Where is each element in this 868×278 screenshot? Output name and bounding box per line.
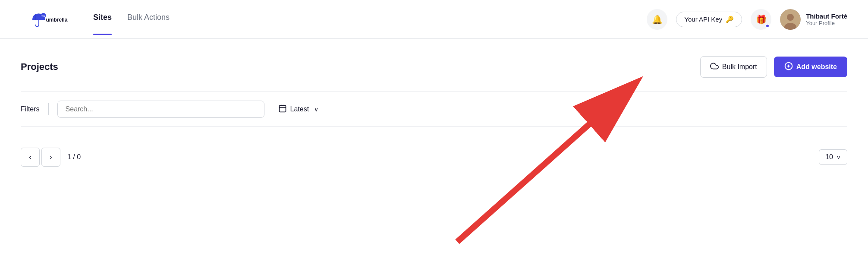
sort-button[interactable]: Latest ∨ — [278, 104, 319, 114]
next-page-button[interactable]: › — [41, 148, 60, 167]
search-input[interactable] — [57, 101, 264, 118]
per-page-chevron-icon: ∨ — [837, 154, 841, 161]
bulk-import-label: Bulk Import — [722, 63, 757, 71]
add-website-button[interactable]: Add website — [774, 57, 847, 77]
projects-actions: Bulk Import Add website — [700, 56, 847, 78]
profile-sub: Your Profile — [806, 20, 847, 26]
profile-name: Thibaut Forté — [806, 13, 847, 20]
svg-text:umbrella: umbrella — [46, 16, 68, 22]
main-content: Projects Bulk Import Add w — [0, 39, 868, 191]
svg-point-8 — [787, 14, 794, 21]
gift-icon: 🎁 — [756, 14, 767, 25]
cloud-icon — [710, 62, 719, 72]
projects-title: Projects — [21, 61, 58, 73]
chevron-left-icon: ‹ — [29, 153, 31, 161]
sort-label: Latest — [290, 105, 309, 113]
nav-area: Sites Bulk Actions — [93, 13, 647, 25]
prev-page-button[interactable]: ‹ — [21, 148, 40, 167]
calendar-icon — [278, 104, 287, 114]
per-page-select[interactable]: 10 ∨ — [819, 149, 847, 165]
chevron-right-icon: › — [50, 153, 52, 161]
nav-bulk-actions[interactable]: Bulk Actions — [127, 13, 170, 25]
filters-row: Filters Latest ∨ — [21, 92, 847, 127]
header-right: 🔔 Your API Key 🔑 🎁 Thibaut Forté Your Pr… — [647, 9, 847, 30]
api-key-button[interactable]: Your API Key 🔑 — [676, 12, 742, 27]
profile-text: Thibaut Forté Your Profile — [806, 13, 847, 26]
svg-text:wp: wp — [41, 15, 45, 17]
api-key-label: Your API Key — [684, 16, 722, 23]
add-website-label: Add website — [796, 63, 837, 71]
avatar — [780, 9, 801, 30]
avatar-image — [780, 9, 801, 30]
profile-area[interactable]: Thibaut Forté Your Profile — [780, 9, 847, 30]
bulk-import-button[interactable]: Bulk Import — [700, 56, 767, 78]
projects-header: Projects Bulk Import Add w — [21, 56, 847, 78]
logo: wp umbrella — [21, 8, 72, 31]
pagination-row: ‹ › 1 / 0 10 ∨ — [21, 141, 847, 174]
nav-sites[interactable]: Sites — [93, 13, 112, 25]
gift-badge — [765, 24, 770, 28]
filters-label: Filters — [21, 105, 40, 113]
page-info: 1 / 0 — [67, 153, 81, 161]
pagination-left: ‹ › 1 / 0 — [21, 148, 81, 167]
svg-rect-13 — [279, 105, 286, 112]
plus-circle-icon — [784, 62, 793, 72]
bell-button[interactable]: 🔔 — [647, 9, 667, 30]
chevron-down-icon: ∨ — [314, 106, 318, 113]
per-page-value: 10 — [825, 153, 833, 161]
filter-divider — [48, 103, 49, 115]
gift-button[interactable]: 🎁 — [751, 9, 771, 30]
bell-icon: 🔔 — [652, 14, 663, 25]
key-icon: 🔑 — [726, 16, 734, 23]
header: wp umbrella Sites Bulk Actions 🔔 Your AP… — [0, 0, 868, 39]
logo-area: wp umbrella — [21, 8, 72, 31]
